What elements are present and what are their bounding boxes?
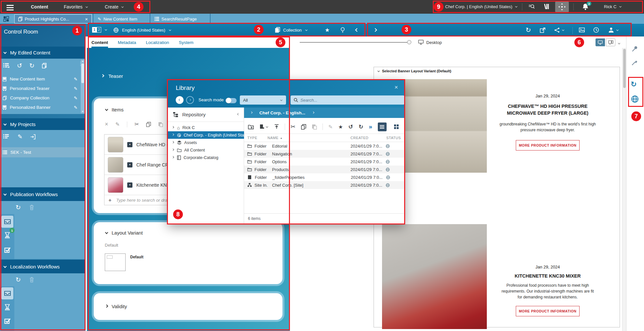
trash-icon[interactable]: [29, 205, 34, 210]
search-input[interactable]: [291, 95, 404, 105]
pencil-icon[interactable]: ✎: [18, 133, 22, 140]
cut-icon[interactable]: ✂: [291, 123, 295, 130]
form-tab-content[interactable]: Content: [91, 40, 108, 48]
reload-preview-icon[interactable]: ↻: [526, 26, 531, 34]
section-publication-workflows[interactable]: Publication Workflows: [0, 187, 86, 201]
chevron-right-icon[interactable]: [250, 111, 253, 113]
forward-icon[interactable]: [186, 96, 194, 104]
table-row[interactable]: Site In... Chef Corp. [Site] 2024/01/29 …: [244, 181, 404, 189]
remove-all-icon[interactable]: [42, 63, 48, 69]
edited-item[interactable]: New Content Item ✎: [0, 74, 81, 84]
trash-icon[interactable]: [29, 277, 34, 282]
new-project-icon[interactable]: [3, 134, 10, 140]
tab-new-content-item[interactable]: ✎ New Content Item: [94, 14, 149, 23]
cut-icon[interactable]: ✂: [134, 121, 139, 128]
upload-icon[interactable]: [274, 124, 279, 129]
layout-variant-header[interactable]: Layout Variant: [94, 222, 282, 236]
section-my-projects[interactable]: My Projects: [0, 118, 86, 130]
sidebar-scrollbar[interactable]: ▲ ▼: [81, 60, 85, 113]
withdraw-icon[interactable]: ↺: [349, 123, 353, 130]
hamburger-menu-icon[interactable]: [7, 4, 14, 12]
finished-check-icon[interactable]: [1, 244, 13, 256]
remove-icon[interactable]: ×: [105, 121, 108, 128]
section-localization-workflows[interactable]: Localization Workflows: [0, 260, 86, 273]
preview-mode-split-button[interactable]: [606, 38, 615, 46]
back-icon[interactable]: [176, 96, 184, 104]
tree-item-all-content[interactable]: All Content: [168, 146, 244, 154]
pencil-icon[interactable]: ✎: [74, 77, 77, 82]
paste-icon[interactable]: [158, 122, 163, 127]
finished-check-icon[interactable]: [1, 315, 13, 327]
media-preview-icon[interactable]: [579, 27, 585, 33]
edited-item[interactable]: Personalized Banner ✎: [0, 103, 81, 112]
chevron-down-icon[interactable]: [618, 42, 620, 44]
tree-item-assets[interactable]: Assets: [168, 139, 244, 146]
collapse-tree-icon[interactable]: [237, 113, 240, 115]
tab-product-highlights[interactable]: Product Highlights Co... ×: [14, 14, 92, 23]
leave-project-icon[interactable]: [30, 134, 35, 139]
share-dropdown[interactable]: [554, 27, 565, 33]
edited-item[interactable]: Personalized Teaser ✎: [0, 84, 81, 93]
globe-icon[interactable]: [631, 95, 639, 103]
collapse-form-icon[interactable]: [355, 27, 359, 33]
type-filter-select[interactable]: All: [240, 95, 286, 105]
form-tab-metadata[interactable]: Metadata: [118, 40, 136, 48]
fast-forward-icon[interactable]: »: [369, 123, 372, 130]
open-list-icon[interactable]: [3, 63, 10, 69]
hints-bulb-icon[interactable]: [340, 27, 345, 33]
pencil-icon[interactable]: ✎: [74, 105, 77, 110]
tree-item-rick-c[interactable]: ⌂ Rick C: [168, 124, 244, 131]
favorite-star-icon[interactable]: ★: [325, 27, 330, 34]
preview-scrollbar[interactable]: [622, 48, 626, 331]
validity-section-header[interactable]: Validity: [94, 293, 282, 309]
sync-icon[interactable]: ↻: [16, 204, 21, 211]
user-menu[interactable]: Rick C: [604, 4, 622, 9]
section-my-edited-content[interactable]: My Edited Content: [0, 47, 86, 59]
table-row[interactable]: Folder Options 2024/01/29 7:0...: [244, 158, 404, 166]
menu-content[interactable]: Content: [31, 4, 48, 9]
column-header-type[interactable]: TYPE: [247, 136, 267, 140]
breadcrumb[interactable]: Chef Corp. - English...: [259, 110, 305, 115]
list-view-button[interactable]: [378, 122, 387, 131]
selected-variant-label[interactable]: Selected Banner Layout Variant (Default): [377, 69, 620, 73]
copy-icon[interactable]: [146, 122, 151, 127]
edited-item[interactable]: Company Collection ✎: [0, 93, 81, 103]
pin-icon[interactable]: [631, 46, 638, 52]
tab-search-result-page[interactable]: SearchResultPage: [151, 14, 209, 23]
tree-item-chef-corp[interactable]: Chef Corp. - English (United States): [168, 131, 244, 139]
content-type-dropdown[interactable]: Collection: [283, 28, 308, 33]
table-row[interactable]: Folder Editorial 2024/01/29 7:0...: [244, 142, 404, 150]
notifications-button[interactable]: 3: [582, 3, 589, 11]
close-icon[interactable]: ×: [85, 16, 88, 22]
preview-mode-desktop-button[interactable]: [596, 38, 605, 46]
column-header-name[interactable]: NAME▲: [267, 136, 350, 140]
pencil-icon[interactable]: ✎: [74, 86, 77, 91]
layout-variant-tile[interactable]: [105, 253, 126, 271]
search-field[interactable]: [291, 95, 404, 105]
tree-item-corporate-catalog[interactable]: Corporate-Catalog: [168, 154, 244, 161]
inbox-icon[interactable]: [1, 216, 13, 228]
more-product-information-button[interactable]: MORE PRODUCT INFORMATION: [516, 306, 580, 316]
device-slider-track[interactable]: [300, 42, 410, 43]
library-books-icon[interactable]: [544, 3, 551, 10]
new-content-dropdown[interactable]: [260, 124, 268, 129]
teaser-section-header[interactable]: Teaser: [101, 73, 123, 79]
open-in-new-icon[interactable]: [540, 27, 545, 33]
column-header-created[interactable]: CREATED: [350, 136, 386, 140]
column-header-status[interactable]: STATUS: [386, 136, 401, 140]
persona-dropdown[interactable]: [608, 27, 619, 33]
project-item-sek-test[interactable]: SEK - Test: [0, 147, 86, 157]
form-tab-system[interactable]: System: [179, 40, 194, 48]
sync-icon[interactable]: ↺: [17, 62, 22, 69]
table-row[interactable]: Folder Products 2024/01/29 7:0...: [244, 166, 404, 173]
chevron-right-icon[interactable]: [312, 111, 314, 113]
sync-icon[interactable]: ↻: [631, 80, 637, 89]
thumbnail-view-button[interactable]: [392, 122, 401, 131]
table-row[interactable]: Folder Navigation 2024/01/29 7:0...: [244, 150, 404, 158]
search-mode-toggle[interactable]: [226, 98, 237, 103]
table-row[interactable]: Folder ... _folderProperties 2024/01/29 …: [244, 173, 404, 181]
publish-icon[interactable]: ↻: [359, 123, 363, 130]
pencil-icon[interactable]: ✎: [116, 121, 120, 127]
new-folder-icon[interactable]: [248, 124, 254, 129]
device-slider-knob[interactable]: [407, 40, 411, 44]
